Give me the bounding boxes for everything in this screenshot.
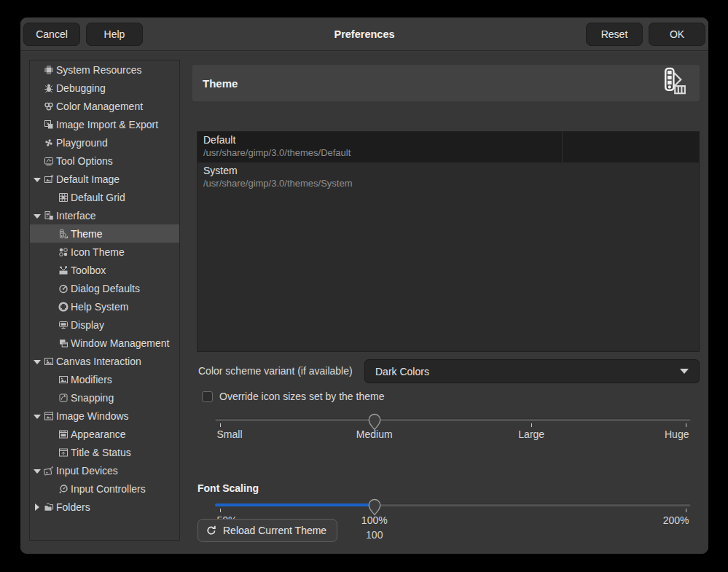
sidebar-item-appearance[interactable]: Appearance [30, 425, 179, 443]
input-devices-icon [43, 465, 55, 477]
sidebar-item-label: Icon Theme [30, 246, 125, 258]
image-import-export-icon [43, 119, 55, 130]
modifiers-icon [58, 374, 69, 385]
titlebar-right-buttons: Reset OK [586, 23, 705, 46]
snapping-icon [58, 392, 69, 404]
reload-icon [206, 525, 217, 536]
preferences-category-tree: System ResourcesDebuggingColor Managemen… [29, 60, 180, 541]
sidebar-item-label: Window Management [30, 337, 169, 349]
sidebar-item-window-management[interactable]: Window Management [30, 334, 179, 352]
sidebar-item-color-management[interactable]: Color Management [30, 97, 179, 115]
sidebar-item-label: Playground [30, 137, 108, 149]
sidebar-item-system-resources[interactable]: System Resources [30, 60, 179, 79]
sidebar-item-default-grid[interactable]: Default Grid [30, 188, 179, 206]
icon-size-slider[interactable]: SmallMediumLargeHuge [215, 415, 691, 455]
sidebar-item-label: Title & Status [30, 447, 131, 458]
title-status-icon [58, 447, 69, 458]
image-windows-icon [43, 410, 55, 422]
help-system-icon [58, 301, 69, 313]
slider-track[interactable] [215, 418, 691, 421]
sidebar-item-label: Appearance [30, 428, 126, 440]
color-management-icon [43, 101, 55, 112]
reload-button-label: Reload Current Theme [223, 525, 326, 536]
theme-swatches-icon [659, 67, 689, 99]
sidebar-item-image-import-export[interactable]: Image Import & Export [30, 115, 179, 133]
theme-icon [58, 228, 69, 240]
ok-button[interactable]: OK [649, 23, 705, 46]
sidebar-item-dialog-defaults[interactable]: Dialog Defaults [30, 279, 179, 297]
color-scheme-dropdown[interactable]: Dark Colors [364, 359, 700, 383]
sidebar-item-label: Help System [30, 301, 128, 313]
sidebar-item-toolbox[interactable]: Toolbox [30, 261, 179, 279]
icon-theme-icon [58, 246, 69, 258]
collapse-triangle-icon[interactable] [33, 175, 42, 184]
collapse-triangle-icon[interactable] [33, 211, 42, 220]
page-header: Theme [192, 65, 700, 101]
toolbox-icon [58, 265, 69, 276]
expand-triangle-icon[interactable] [33, 503, 42, 512]
slider-thumb[interactable] [367, 497, 383, 517]
desktop-background: Cancel Help Preferences Reset OK System … [0, 0, 728, 572]
display-icon [58, 319, 69, 331]
slider-tick [686, 509, 686, 512]
sidebar-item-debugging[interactable]: Debugging [30, 79, 179, 97]
interface-icon [43, 210, 55, 222]
slider-tick [220, 423, 221, 427]
slider-tick [220, 509, 221, 512]
sidebar-item-input-devices[interactable]: Input Devices [30, 461, 179, 479]
sidebar-item-title-status[interactable]: Title & Status [30, 443, 179, 461]
color-scheme-label: Color scheme variant (if available) [198, 359, 353, 383]
sidebar-item-snapping[interactable]: Snapping [30, 388, 179, 407]
theme-list-row-system[interactable]: System/usr/share/gimp/3.0/themes/System [197, 162, 699, 193]
window-management-icon [58, 337, 69, 349]
canvas-interaction-icon [43, 356, 55, 367]
sidebar-item-theme[interactable]: Theme [30, 224, 179, 243]
theme-name: System [203, 165, 238, 176]
color-scheme-value: Dark Colors [375, 366, 429, 377]
sidebar-item-label: Input Controllers [30, 483, 146, 495]
theme-folder-path: /usr/share/gimp/3.0/themes/System [203, 178, 352, 189]
titlebar[interactable]: Cancel Help Preferences Reset OK [20, 17, 708, 51]
sidebar-item-input-controllers[interactable]: Input Controllers [30, 479, 179, 498]
tool-options-icon [43, 155, 55, 167]
collapse-triangle-icon[interactable] [33, 412, 42, 420]
collapse-triangle-icon[interactable] [33, 357, 42, 366]
playground-icon [43, 137, 55, 149]
dialog-defaults-icon [58, 283, 69, 294]
sidebar-item-image-windows[interactable]: Image Windows [30, 407, 179, 425]
font-scaling-label: Font Scaling [197, 482, 259, 494]
sidebar-item-icon-theme[interactable]: Icon Theme [30, 243, 179, 261]
cancel-button[interactable]: Cancel [23, 23, 80, 46]
override-icon-sizes-label[interactable]: Override icon sizes set by the theme [219, 391, 384, 402]
sidebar-item-tool-options[interactable]: Tool Options [30, 152, 179, 170]
collapse-triangle-icon[interactable] [33, 466, 42, 475]
slider-thumb[interactable] [367, 412, 383, 432]
theme-folder-path: /usr/share/gimp/3.0/themes/Default [203, 147, 351, 158]
sidebar-item-label: Debugging [30, 82, 106, 94]
sidebar-item-playground[interactable]: Playground [30, 133, 179, 152]
theme-list-row-default[interactable]: Default/usr/share/gimp/3.0/themes/Defaul… [197, 132, 699, 162]
sidebar-item-folders[interactable]: Folders [30, 498, 179, 516]
sidebar-item-default-image[interactable]: Default Image [30, 170, 179, 188]
slider-tick-label: Small [217, 428, 243, 440]
default-grid-icon [58, 192, 69, 203]
sidebar-item-modifiers[interactable]: Modifiers [30, 370, 179, 388]
theme-list: Default/usr/share/gimp/3.0/themes/Defaul… [197, 131, 700, 352]
slider-tick-label: Large [518, 428, 544, 440]
sidebar-item-label: Snapping [30, 392, 114, 404]
override-icon-sizes-checkbox[interactable] [202, 391, 213, 402]
sidebar-item-interface[interactable]: Interface [30, 206, 179, 224]
input-controllers-icon [58, 483, 69, 495]
sidebar-item-help-system[interactable]: Help System [30, 297, 179, 316]
reset-button[interactable]: Reset [586, 23, 643, 46]
sidebar-item-display[interactable]: Display [30, 316, 179, 334]
default-image-icon [43, 173, 55, 185]
chevron-down-icon [680, 369, 689, 374]
help-button[interactable]: Help [86, 23, 143, 46]
reload-current-theme-button[interactable]: Reload Current Theme [197, 519, 337, 542]
override-icon-sizes-row: Override icon sizes set by the theme [202, 391, 384, 402]
sidebar-item-canvas-interaction[interactable]: Canvas Interaction [30, 352, 179, 370]
sidebar-item-label: Modifiers [30, 374, 112, 385]
debugging-icon [43, 82, 55, 94]
sidebar-item-label: Default Grid [30, 192, 125, 203]
